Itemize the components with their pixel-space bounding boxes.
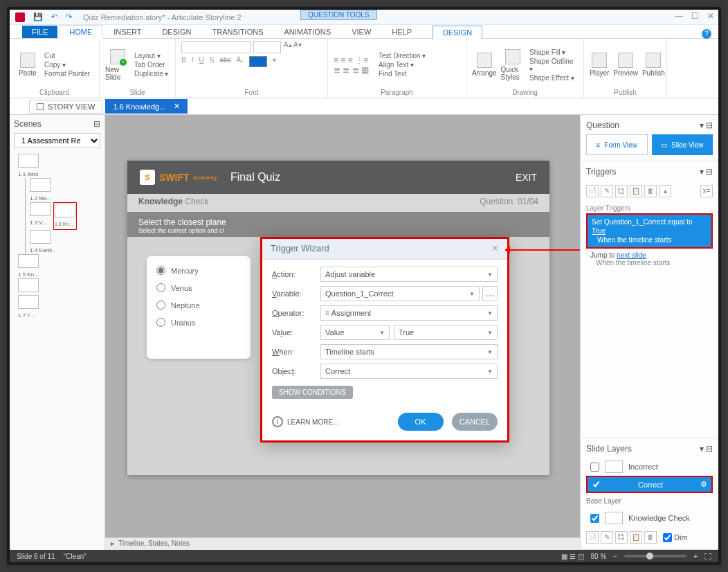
object-select[interactable]: Correct▼ [320, 364, 498, 379]
preview-button[interactable]: Preview [613, 53, 638, 77]
variables-icon[interactable]: x= [700, 185, 713, 197]
font-family-select[interactable] [181, 41, 251, 53]
dim-checkbox[interactable]: Dim [663, 531, 688, 544]
zoom-slider[interactable] [624, 555, 686, 557]
new-slide-button[interactable]: +New Slide [105, 49, 130, 81]
option-venus[interactable]: Venus [156, 283, 241, 292]
copy-button[interactable]: Copy ▾ [44, 61, 90, 69]
copy-trigger-icon[interactable]: ⿻ [615, 185, 628, 197]
tab-transitions[interactable]: TRANSITIONS [203, 26, 273, 38]
panel-collapse-icon[interactable]: ⊟ [93, 119, 100, 129]
minimize-icon[interactable]: — [675, 11, 683, 21]
info-icon: i [272, 416, 283, 427]
when-select[interactable]: Timeline starts▼ [320, 344, 498, 359]
paste-trigger-icon[interactable]: 📋 [630, 185, 642, 197]
show-conditions-button[interactable]: SHOW CONDITIONS [272, 386, 353, 399]
gear-icon[interactable]: ⚙ [700, 480, 707, 489]
up-trigger-icon[interactable]: ▴ [659, 185, 671, 197]
layout-button[interactable]: Layout ▾ [134, 52, 168, 60]
fit-icon[interactable]: ⛶ [704, 553, 711, 560]
slide-view-button[interactable]: ▭Slide View [652, 134, 713, 155]
redo-icon[interactable]: ↷ [66, 12, 72, 21]
ok-button[interactable]: OK [398, 413, 444, 431]
new-trigger-icon[interactable]: 📄 [586, 185, 599, 197]
layer-incorrect[interactable]: Incorrect [586, 458, 713, 476]
form-view-button[interactable]: ≡Form View [586, 134, 648, 155]
right-panel: Question▾ ⊟ ≡Form View ▭Slide View Trigg… [580, 115, 718, 550]
tab-help[interactable]: HELP [382, 26, 421, 38]
tab-file[interactable]: FILE [22, 26, 57, 38]
tab-story-view[interactable]: STORY VIEW [29, 100, 102, 114]
layer-knowledge-check[interactable]: Knowledge Check [586, 509, 713, 527]
align-text-button[interactable]: Align Text ▾ [379, 61, 426, 69]
shape-outline-button[interactable]: Shape Outline ▾ [529, 57, 578, 73]
tab-current-slide[interactable]: 1.6 Knowledg...✕ [105, 99, 188, 114]
question-prompt: Select the closest plane [138, 217, 538, 227]
canvas-footer[interactable]: ▸Timeline, States, Notes [105, 537, 580, 550]
title-bar: 💾 ↶ ↷ Quiz Remediation.story* - Articula… [10, 10, 718, 25]
option-uranus[interactable]: Uranus [156, 318, 241, 327]
status-bar: Slide 6 of 11 "Clean" ▦ ☰ ◫ 80 % −+ ⛶ [10, 550, 718, 562]
new-layer-icon[interactable]: 📄 [586, 531, 599, 544]
swift-logo-icon: S [140, 170, 155, 185]
value-select[interactable]: True▼ [394, 325, 498, 340]
option-mercury[interactable]: Mercury [156, 266, 241, 275]
app-icon [15, 12, 25, 22]
help-icon[interactable]: ? [702, 29, 711, 39]
find-text-button[interactable]: Find Text [379, 70, 426, 78]
annotation-arrow [507, 249, 580, 251]
view-icons[interactable]: ▦ ☰ ◫ [561, 553, 584, 560]
tab-order-button[interactable]: Tab Order [134, 61, 168, 69]
publish-button[interactable]: Publish [642, 53, 665, 77]
save-icon[interactable]: 💾 [33, 12, 43, 21]
tab-insert[interactable]: INSERT [104, 26, 151, 38]
cancel-button[interactable]: CANCEL [452, 413, 498, 431]
copy-layer-icon[interactable]: ⿻ [615, 531, 628, 544]
trigger-jump[interactable]: Jump to next slide When the timeline sta… [586, 249, 713, 269]
quick-styles-button[interactable]: Quick Styles [501, 49, 525, 81]
undo-icon[interactable]: ↶ [51, 12, 57, 21]
variable-select[interactable]: Question_1_Correct▼ [320, 286, 480, 301]
layer-correct[interactable]: Correct⚙ [586, 476, 713, 493]
text-direction-button[interactable]: Text Direction ▾ [379, 52, 426, 60]
close-icon[interactable]: ✕ [707, 11, 714, 21]
delete-layer-icon[interactable]: 🗑 [644, 531, 657, 544]
option-neptune[interactable]: Neptune [156, 301, 241, 310]
action-select[interactable]: Adjust variable▼ [320, 267, 498, 282]
format-painter-button[interactable]: Format Painter [44, 70, 90, 78]
delete-trigger-icon[interactable]: 🗑 [644, 185, 657, 197]
edit-trigger-icon[interactable]: ✎ [601, 185, 613, 197]
tab-home[interactable]: HOME [59, 25, 102, 39]
operator-select[interactable]: = Assignment▼ [320, 305, 498, 321]
player-button[interactable]: Player [590, 53, 609, 77]
triggers-panel-title: Triggers [586, 167, 617, 177]
value-type-select[interactable]: Value▼ [320, 325, 390, 340]
cut-button[interactable]: Cut [44, 52, 90, 60]
arrange-button[interactable]: Arrange [472, 53, 497, 77]
variable-more-button[interactable]: ... [482, 286, 498, 301]
shape-effect-button[interactable]: Shape Effect ▾ [529, 74, 578, 82]
selected-trigger[interactable]: Set Question_1_Correct equal to True Whe… [586, 213, 713, 249]
dialog-title: Trigger Wizard [271, 243, 329, 255]
learn-more-link[interactable]: iLEARN MORE... [272, 416, 338, 427]
tab-question-design[interactable]: DESIGN [433, 26, 482, 39]
question-panel-title: Question [586, 120, 619, 130]
tab-view[interactable]: VIEW [342, 26, 381, 38]
expand-icon[interactable]: ▸ [111, 539, 114, 548]
trigger-wizard-dialog: Trigger Wizard✕ Action:Adjust variable▼ … [260, 237, 509, 443]
duplicate-button[interactable]: Duplicate ▾ [134, 70, 168, 78]
slide-tree[interactable]: 1.1 Intro 1.2 Me... 1.3 V... 1.6 Kn... 1… [14, 154, 100, 319]
maximize-icon[interactable]: ☐ [691, 11, 699, 21]
paste-layer-icon[interactable]: 📋 [630, 531, 642, 544]
close-dialog-icon[interactable]: ✕ [491, 243, 499, 255]
font-size-select[interactable] [253, 41, 281, 53]
tab-design[interactable]: DESIGN [152, 26, 201, 38]
exit-button[interactable]: EXIT [516, 172, 537, 183]
scene-select[interactable]: 1 Assessment Re [14, 133, 100, 148]
shape-fill-button[interactable]: Shape Fill ▾ [529, 48, 578, 56]
paste-button[interactable]: Paste [15, 53, 40, 77]
edit-layer-icon[interactable]: ✎ [601, 531, 613, 544]
group-publish: Publish [590, 89, 661, 98]
tab-animations[interactable]: ANIMATIONS [275, 26, 341, 38]
font-color-button[interactable] [249, 56, 267, 67]
